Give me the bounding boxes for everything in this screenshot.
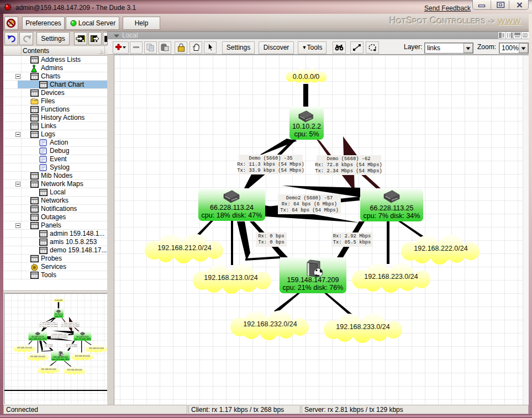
svg-text:cpu: 7% disk: 34%: cpu: 7% disk: 34% xyxy=(364,212,420,220)
svg-text:Demo (5660) -35: Demo (5660) -35 xyxy=(249,156,292,161)
svg-text:192.168.223.0/24: 192.168.223.0/24 xyxy=(364,273,418,281)
svg-text:192.168.212.0/24: 192.168.212.0/24 xyxy=(157,244,211,252)
svg-text:cpu: 18% disk: 47%: cpu: 18% disk: 47% xyxy=(202,211,262,219)
svg-text:Tx: 0 bps: Tx: 0 bps xyxy=(258,240,285,245)
svg-text:Rx: 0 bps: Rx: 0 bps xyxy=(258,234,285,239)
svg-text:Tx: 33.9 kbps (54 Mbps): Tx: 33.9 kbps (54 Mbps) xyxy=(237,168,304,173)
svg-text:66.228.113.24: 66.228.113.24 xyxy=(210,204,254,211)
svg-text:cpu: 5%: cpu: 5% xyxy=(294,130,319,138)
svg-text:10.10.2.2: 10.10.2.2 xyxy=(292,123,321,130)
svg-text:Rx: 72.8 kbps (54 Mbps): Rx: 72.8 kbps (54 Mbps) xyxy=(315,162,382,168)
svg-text:Rx: 64 bps (6 Mbps): Rx: 64 bps (6 Mbps) xyxy=(282,202,337,207)
svg-text:cpu: 21% disk: 76%: cpu: 21% disk: 76% xyxy=(283,284,344,292)
svg-text:Rx: 2.92 Mbps: Rx: 2.92 Mbps xyxy=(333,234,371,239)
svg-text:192.168.213.0/24: 192.168.213.0/24 xyxy=(204,274,257,282)
svg-text:Demo (5660) -62: Demo (5660) -62 xyxy=(326,156,370,162)
svg-text:Demo2 (5680) -57: Demo2 (5680) -57 xyxy=(286,195,333,201)
svg-text:0.0.0.0/0: 0.0.0.0/0 xyxy=(293,73,320,81)
svg-text:159.148.147.209: 159.148.147.209 xyxy=(287,276,339,284)
svg-text:Tx: 64 bps (54 Mbps): Tx: 64 bps (54 Mbps) xyxy=(280,208,339,213)
svg-text:Tx: 2.34 Mbps (54 Mbps): Tx: 2.34 Mbps (54 Mbps) xyxy=(315,168,382,174)
svg-text:192.168.233.0/24: 192.168.233.0/24 xyxy=(336,323,389,331)
svg-text:192.168.222.0/24: 192.168.222.0/24 xyxy=(414,245,467,252)
svg-text:Tx: 85.5 kbps: Tx: 85.5 kbps xyxy=(333,240,371,245)
svg-text:66.228.113.25: 66.228.113.25 xyxy=(370,204,413,212)
svg-text:Rx: 11.3 kbps (54 Mbps): Rx: 11.3 kbps (54 Mbps) xyxy=(237,162,304,167)
svg-text:192.168.232.0/24: 192.168.232.0/24 xyxy=(243,320,297,328)
